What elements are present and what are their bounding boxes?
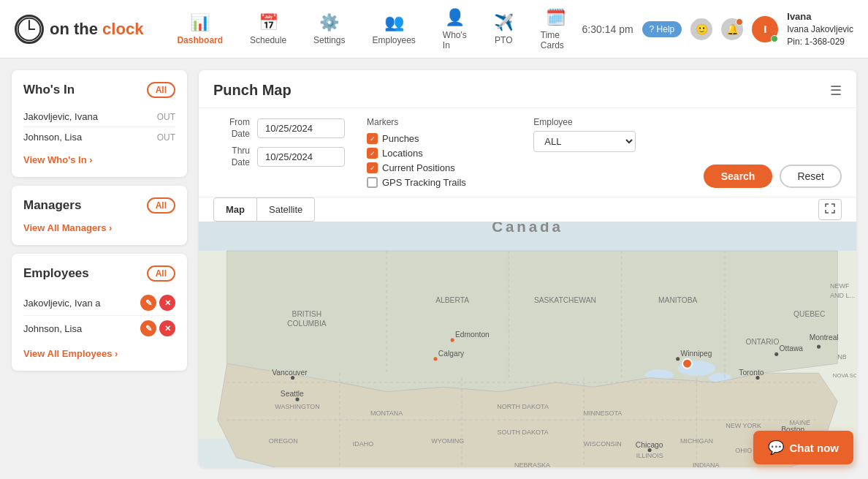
svg-point-28	[451, 339, 454, 342]
markers-label: Markers	[367, 117, 466, 127]
top-navigation: on the clock 📊 Dashboard 📅 Schedule ⚙️ S…	[0, 0, 868, 59]
svg-text:MICHIGAN: MICHIGAN	[680, 438, 713, 445]
employees-header: Employees All	[23, 265, 175, 282]
smiley-button[interactable]: 🙂	[690, 18, 712, 40]
nav-settings-label: Settings	[313, 35, 345, 45]
svg-text:Toronto: Toronto	[739, 369, 764, 377]
employee-select[interactable]: ALL	[533, 131, 636, 152]
nav-pto[interactable]: ✈️ PTO	[482, 7, 525, 51]
svg-text:INDIANA: INDIANA	[693, 461, 720, 467]
smiley-icon: 🙂	[696, 23, 708, 35]
svg-text:Edmonton: Edmonton	[455, 331, 490, 339]
search-button[interactable]: Search	[704, 165, 773, 188]
svg-text:ALBERTA: ALBERTA	[435, 296, 469, 304]
map-tabs: Map Satellite	[199, 197, 856, 222]
logo: on the clock	[15, 15, 143, 44]
table-row: Jakovljevic, Ivan a ✎ ✕	[23, 290, 175, 316]
svg-text:Calgary: Calgary	[438, 350, 465, 358]
nav-right: 6:30:14 pm ? Help 🙂 🔔 I Ivana Ivana Jako…	[582, 10, 853, 48]
from-date-input[interactable]	[257, 118, 345, 138]
managers-all-badge[interactable]: All	[147, 197, 175, 214]
gps-trails-checkbox[interactable]	[367, 177, 378, 188]
svg-point-36	[676, 357, 679, 361]
employee-name: Johnson, Lisa	[23, 323, 82, 334]
help-label: ? Help	[650, 24, 675, 34]
svg-point-19	[682, 359, 692, 369]
view-all-employees-link[interactable]: View All Employees ›	[23, 348, 175, 359]
thru-date-input[interactable]	[257, 147, 345, 167]
chat-now-button[interactable]: 💬 Chat now	[753, 431, 854, 464]
svg-point-32	[291, 376, 294, 380]
employee-filter-group: Employee ALL	[533, 117, 636, 152]
managers-card: Managers All View All Managers ›	[12, 186, 187, 245]
help-button[interactable]: ? Help	[642, 21, 682, 37]
employees-icon: 👥	[384, 13, 404, 32]
employees-all-badge[interactable]: All	[147, 265, 175, 282]
map-tab-group: Map Satellite	[213, 197, 315, 222]
user-avatar[interactable]: I	[752, 16, 778, 42]
clock-icon	[15, 15, 44, 44]
edit-employee-button[interactable]: ✎	[140, 295, 156, 311]
nav-dashboard[interactable]: 📊 Dashboard	[165, 7, 235, 51]
whos-in-icon: 👤	[445, 8, 465, 27]
remove-employee-button[interactable]: ✕	[159, 295, 175, 311]
whos-in-all-badge[interactable]: All	[147, 82, 175, 98]
nav-items: 📊 Dashboard 📅 Schedule ⚙️ Settings 👥 Emp…	[165, 2, 582, 56]
managers-title: Managers	[23, 198, 81, 213]
pto-icon: ✈️	[494, 13, 514, 32]
dashboard-icon: 📊	[190, 13, 210, 32]
svg-text:Montreal: Montreal	[810, 333, 839, 342]
current-positions-checkbox[interactable]: ✓	[367, 162, 378, 173]
employee-name: Johnson, Lisa	[23, 132, 82, 143]
remove-employee-button[interactable]: ✕	[159, 320, 175, 336]
table-row: Johnson, Lisa ✎ ✕	[23, 316, 175, 341]
gps-trails-label: GPS Tracking Trails	[382, 177, 466, 188]
schedule-icon: 📅	[259, 13, 278, 32]
notifications-button[interactable]: 🔔	[721, 18, 743, 40]
nav-whos-in[interactable]: 👤 Who's In	[431, 2, 479, 56]
menu-icon[interactable]: ☰	[830, 83, 842, 99]
nav-settings[interactable]: ⚙️ Settings	[302, 7, 357, 51]
main-layout: Who's In All Jakovljevic, Ivana OUT John…	[0, 59, 868, 479]
locations-checkbox[interactable]: ✓	[367, 148, 378, 159]
chat-icon: 💬	[768, 440, 784, 456]
punch-map-header: Punch Map ☰	[199, 70, 856, 108]
tab-satellite[interactable]: Satellite	[257, 197, 315, 222]
thru-date-row: ThruDate	[213, 146, 345, 168]
employee-actions: ✎ ✕	[140, 295, 175, 311]
nav-time-cards[interactable]: 🗓️ Time Cards	[529, 2, 582, 56]
table-row: Johnson, Lisa OUT	[23, 127, 175, 147]
punches-label: Punches	[382, 133, 419, 144]
left-panel: Who's In All Jakovljevic, Ivana OUT John…	[12, 70, 187, 467]
whos-in-title: Who's In	[23, 83, 75, 97]
view-all-managers-link[interactable]: View All Managers ›	[23, 222, 175, 233]
svg-text:Canada: Canada	[492, 222, 563, 235]
svg-text:SASKATCHEWAN: SASKATCHEWAN	[534, 296, 596, 304]
nav-dashboard-label: Dashboard	[177, 35, 223, 45]
nav-schedule[interactable]: 📅 Schedule	[238, 7, 298, 51]
svg-text:IOWA: IOWA	[598, 466, 616, 467]
svg-text:Ottawa: Ottawa	[780, 345, 804, 353]
svg-text:OHIO: OHIO	[735, 447, 752, 454]
svg-text:NORTH DAKOTA: NORTH DAKOTA	[497, 403, 549, 410]
nav-time-cards-label: Time Cards	[541, 30, 571, 50]
svg-text:MONTANA: MONTANA	[370, 410, 403, 417]
svg-text:WISCONSIN: WISCONSIN	[584, 440, 622, 448]
nav-employees[interactable]: 👥 Employees	[360, 7, 427, 51]
punch-map-panel: Punch Map ☰ FromDate ThruDate Markers	[199, 70, 856, 467]
svg-text:Winnipeg: Winnipeg	[681, 350, 712, 358]
search-reset-area: Search Reset	[704, 165, 842, 188]
svg-text:ILLINOIS: ILLINOIS	[636, 452, 663, 459]
svg-text:ONTARIO: ONTARIO	[745, 339, 779, 347]
edit-employee-button[interactable]: ✎	[140, 320, 156, 336]
from-date-row: FromDate	[213, 117, 345, 140]
view-whos-in-link[interactable]: View Who's In ›	[23, 154, 175, 165]
punches-marker: ✓ Punches	[367, 133, 466, 144]
tab-map[interactable]: Map	[213, 197, 257, 222]
fullscreen-button[interactable]	[818, 199, 842, 220]
svg-text:Seattle: Seattle	[281, 390, 304, 398]
svg-text:NEW YORK: NEW YORK	[726, 422, 761, 429]
punches-checkbox[interactable]: ✓	[367, 133, 378, 144]
reset-button[interactable]: Reset	[780, 165, 842, 188]
current-positions-marker: ✓ Current Positions	[367, 162, 466, 173]
